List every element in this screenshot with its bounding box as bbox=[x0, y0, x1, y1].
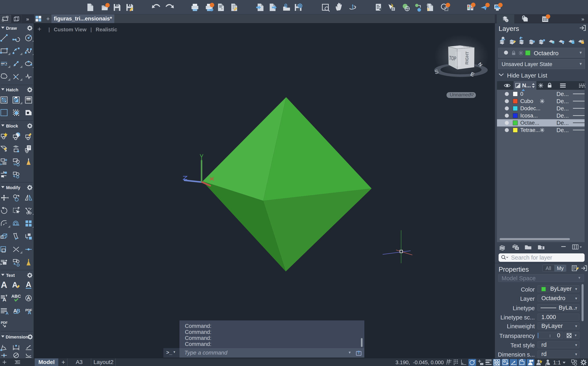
svg-text:A: A bbox=[6, 311, 8, 315]
svg-text:A: A bbox=[3, 297, 7, 303]
svg-text:Hatch: Hatch bbox=[6, 87, 18, 92]
svg-text:B: B bbox=[16, 308, 20, 314]
svg-text:ABC: ABC bbox=[11, 294, 21, 299]
svg-text:Text: Text bbox=[6, 273, 15, 278]
svg-text:E: E bbox=[470, 71, 475, 78]
svg-text:Dimension: Dimension bbox=[6, 335, 28, 340]
svg-text:A: A bbox=[28, 310, 31, 315]
svg-text:1:1: 1:1 bbox=[553, 359, 561, 366]
svg-text:i: i bbox=[506, 19, 507, 22]
svg-text:Block: Block bbox=[6, 123, 18, 129]
svg-text:Draw: Draw bbox=[6, 26, 17, 31]
svg-text:Modify: Modify bbox=[6, 185, 21, 190]
svg-text:RIGHT: RIGHT bbox=[464, 51, 470, 65]
svg-text:A: A bbox=[1, 280, 7, 290]
svg-text:A: A bbox=[26, 280, 31, 289]
svg-text:A: A bbox=[27, 295, 30, 301]
svg-text:BACK: BACK bbox=[463, 45, 471, 48]
svg-text:Unnamed: Unnamed bbox=[450, 92, 471, 97]
svg-text:S: S bbox=[434, 68, 439, 76]
svg-text:N: N bbox=[477, 61, 484, 68]
svg-text:TOP: TOP bbox=[449, 54, 457, 62]
svg-text:PDF: PDF bbox=[1, 321, 8, 325]
svg-text:A: A bbox=[12, 281, 17, 289]
